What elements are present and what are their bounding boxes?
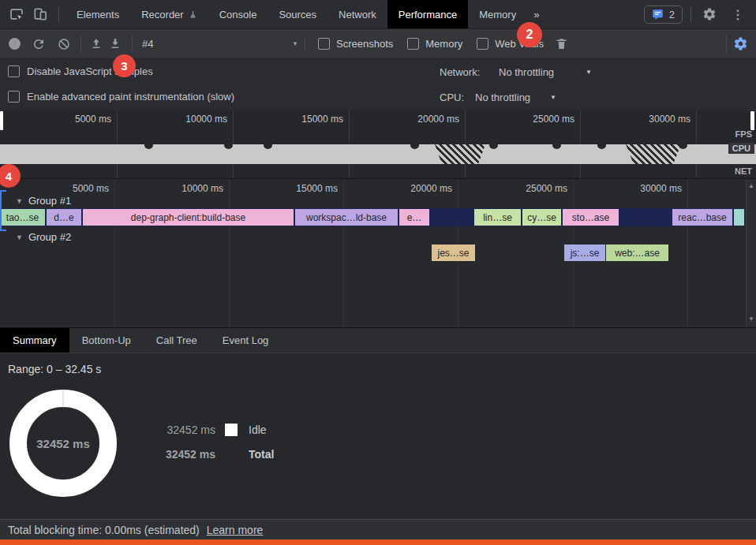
cpu-band-notch [597, 141, 606, 149]
network-throttle-label: Network: [440, 66, 480, 78]
learn-more-link[interactable]: Learn more [207, 524, 264, 536]
summary-legend: 32452 msIdle32452 msTotal [162, 423, 274, 472]
flame-bar-web-ase[interactable]: web:…ase [606, 245, 668, 261]
chevron-down-icon[interactable]: ▼ [550, 94, 556, 101]
notification-badge-2[interactable]: 2 [517, 22, 542, 47]
flame-bar-unlabeled[interactable] [734, 209, 744, 226]
detail-tab-event-log[interactable]: Event Log [210, 328, 282, 353]
checkbox-label: Enable advanced paint instrumentation (s… [27, 91, 234, 103]
flame-bar-e[interactable]: e… [399, 209, 429, 226]
messages-button[interactable]: 2 [644, 6, 683, 24]
checkbox-memory[interactable]: Memory [407, 38, 462, 50]
checkbox-screenshots[interactable]: Screenshots [318, 38, 393, 50]
flame-bar-tao-se[interactable]: tao…se [0, 209, 45, 226]
inspect-element-icon[interactable] [6, 4, 27, 24]
notification-badge-3[interactable]: 3 [113, 54, 136, 77]
flame-chart[interactable]: 5000 ms10000 ms15000 ms20000 ms25000 ms3… [0, 179, 756, 327]
flame-scrollbar[interactable]: ▲ ▼ [746, 179, 756, 327]
checkbox-box[interactable] [318, 38, 330, 50]
checkbox-box[interactable] [477, 38, 488, 50]
tick-label: 5000 ms [75, 114, 111, 125]
cpu-band-notch [224, 141, 233, 149]
checkbox-box[interactable] [8, 65, 20, 77]
timeline-overview[interactable]: 5000 ms10000 ms15000 ms20000 ms25000 ms3… [0, 110, 756, 179]
inspect-element-icon [9, 6, 24, 22]
overview-right-handle[interactable] [750, 111, 754, 130]
tick-label: 20000 ms [417, 114, 459, 125]
tab-label: Console [219, 9, 257, 21]
flask-icon [189, 9, 197, 20]
scroll-down-icon[interactable]: ▼ [747, 315, 756, 323]
devtools-tabbar: ElementsRecorderConsoleSourcesNetworkPer… [0, 0, 756, 29]
legend-value: 32452 ms [162, 424, 215, 436]
detail-tab-summary[interactable]: Summary [0, 328, 69, 353]
cpu-lane-label: CPU [728, 143, 754, 154]
legend-label: Total [249, 448, 274, 461]
delete-recording-button[interactable] [555, 37, 568, 50]
device-toolbar-icon[interactable] [30, 4, 51, 24]
range-label: Range: 0 – 32.45 s [8, 363, 101, 375]
cpu-band-notch [489, 141, 498, 149]
divider [132, 36, 133, 52]
settings-gear-icon[interactable] [699, 4, 720, 24]
divider [305, 36, 305, 52]
save-profile-button[interactable] [108, 37, 122, 51]
record-button[interactable] [9, 38, 21, 50]
tab-memory[interactable]: Memory [468, 0, 527, 28]
flame-bar-d-e[interactable]: d…e [47, 209, 81, 226]
flame-bar-dep-graph-client-build-base[interactable]: dep-graph-client:build-base [83, 209, 294, 226]
download-icon [108, 37, 122, 51]
divider [726, 36, 727, 52]
detail-tabs: SummaryBottom-UpCall TreeEvent Log [0, 327, 756, 353]
load-profile-button[interactable] [89, 37, 103, 51]
history-select[interactable]: #4 ▼ [142, 38, 298, 50]
legend-value: 32452 ms [162, 448, 215, 461]
selection-bracket [0, 190, 6, 231]
performance-toolbar: #4 ▼ ScreenshotsMemoryWeb Vitals [0, 29, 756, 59]
tick-label: 15000 ms [296, 183, 338, 194]
detail-tab-bottom-up[interactable]: Bottom-Up [69, 328, 144, 353]
flame-bar-reac-base[interactable]: reac…base [672, 209, 732, 226]
flame-bar-sto-ase[interactable]: sto…ase [563, 209, 619, 226]
detail-tab-call-tree[interactable]: Call Tree [144, 328, 210, 353]
flame-bar-lin-se[interactable]: lin…se [474, 209, 521, 226]
checkbox-box[interactable] [407, 38, 419, 50]
tick-label: 5000 ms [73, 183, 109, 194]
group-2-header[interactable]: ▼ Group #2 [16, 231, 71, 243]
upload-icon [89, 37, 103, 51]
group-1-header[interactable]: ▼ Group #1 [16, 195, 71, 207]
cpu-busy-hatch [435, 144, 485, 164]
tab-label: Sources [279, 9, 316, 21]
clear-button[interactable] [57, 37, 71, 51]
flame-bar-workspac-ld-base[interactable]: workspac…ld-base [295, 209, 398, 226]
tab-network[interactable]: Network [327, 0, 387, 28]
trash-icon [555, 37, 568, 50]
flame-bar-js-se[interactable]: js:…se [564, 245, 605, 261]
tab-console[interactable]: Console [208, 0, 268, 28]
tab-sources[interactable]: Sources [268, 0, 327, 28]
tick-label: 25000 ms [533, 114, 574, 125]
net-lane-label: NET [735, 166, 752, 176]
overview-left-handle[interactable] [0, 111, 3, 130]
cpu-throttle-select[interactable]: No throttling [475, 91, 530, 103]
fps-lane-label: FPS [735, 129, 752, 139]
group-label: Group #2 [28, 231, 71, 243]
gear-icon-blue [733, 36, 748, 51]
legend-label: Idle [249, 424, 267, 436]
kebab-menu-icon[interactable]: ⋮ [728, 4, 748, 24]
tab-elements[interactable]: Elements [65, 0, 130, 28]
checkbox-box[interactable] [8, 91, 20, 103]
flame-bar-cy-se[interactable]: cy…se [522, 209, 561, 226]
tab-label: Performance [399, 9, 457, 21]
tab-label: Recorder [141, 9, 183, 21]
flame-bar-jes-se[interactable]: jes…se [432, 245, 475, 261]
advanced-paint-checkbox[interactable]: Enable advanced paint instrumentation (s… [8, 91, 234, 103]
tab-recorder[interactable]: Recorder [130, 0, 208, 28]
reload-and-record-button[interactable] [32, 37, 46, 51]
history-value: #4 [142, 38, 153, 50]
scroll-up-icon[interactable]: ▲ [747, 182, 756, 189]
chevron-down-icon[interactable]: ▼ [586, 69, 592, 76]
network-throttle-select[interactable]: No throttling [499, 66, 554, 78]
tab-performance[interactable]: Performance [387, 0, 468, 28]
capture-settings-gear-icon[interactable] [733, 36, 748, 51]
